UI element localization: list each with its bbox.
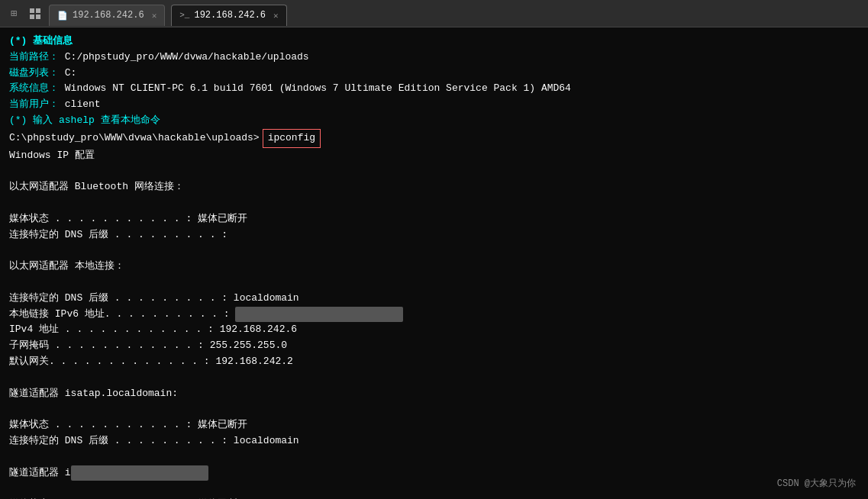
terminal-icon: >_	[179, 11, 189, 20]
adapter2-gw: 默认网关. . . . . . . . . . . . . : 192.168.…	[9, 354, 859, 370]
adapter1-dns: 连接特定的 DNS 后缀 . . . . . . . . . :	[9, 227, 859, 243]
adapter1-media: 媒体状态 . . . . . . . . . . . : 媒体已断开	[9, 211, 859, 227]
ipconfig-command: ipconfig	[263, 129, 321, 148]
windows-ip-line: Windows IP 配置	[9, 148, 859, 164]
tunnel1-media: 媒体状态 . . . . . . . . . . . : 媒体已断开	[9, 417, 859, 433]
tab-1-close[interactable]: ✕	[152, 11, 157, 21]
titlebar-left: ⊞ 📄 192.168.242.6 ✕ >_ 192.168.242.6 ✕	[6, 2, 287, 26]
apps-icon	[27, 6, 43, 21]
tunnel1-dns: 连接特定的 DNS 后缀 . . . . . . . . . : localdo…	[9, 433, 859, 449]
adapter2-header: 以太网适配器 本地连接：	[9, 259, 859, 275]
adapter2-ipv6: 本地链接 IPv6 地址. . . . . . . . . . :	[9, 307, 859, 323]
tunnel2-header: 隧道适配器 i	[9, 465, 859, 481]
tab-2-close[interactable]: ✕	[273, 11, 279, 21]
adapter2-ipv4: IPv4 地址 . . . . . . . . . . . . : 192.16…	[9, 322, 859, 338]
current-path-line: 当前路径： C:/phpstudy_pro/WWW/dvwa/hackable/…	[9, 50, 859, 66]
help-line: (*) 输入 ashelp 查看本地命令	[9, 113, 859, 129]
terminal-window[interactable]: (*) 基础信息 当前路径： C:/phpstudy_pro/WWW/dvwa/…	[0, 27, 868, 499]
file-icon: 📄	[57, 11, 68, 21]
disk-line: 磁盘列表： C:	[9, 66, 859, 82]
sys-info-line: 系统信息： Windows NT CLIENT-PC 6.1 build 760…	[9, 81, 859, 97]
tab-1-label: 192.168.242.6	[73, 10, 144, 21]
tab-1[interactable]: 📄 192.168.242.6 ✕	[49, 5, 165, 26]
adapter2-dns: 连接特定的 DNS 后缀 . . . . . . . . . : localdo…	[9, 291, 859, 307]
titlebar: ⊞ 📄 192.168.242.6 ✕ >_ 192.168.242.6 ✕	[0, 0, 868, 27]
basic-info-header: (*) 基础信息	[9, 34, 859, 50]
ipv6-redacted	[235, 307, 403, 323]
adapter2-mask: 子网掩码 . . . . . . . . . . . . : 255.255.2…	[9, 338, 859, 354]
tab-2[interactable]: >_ 192.168.242.6 ✕	[171, 5, 286, 26]
current-user-line: 当前用户： client	[9, 97, 859, 113]
tab-2-label: 192.168.242.6	[194, 10, 266, 21]
watermark: CSDN @大象只为你	[777, 477, 856, 491]
adapter1-header: 以太网适配器 Bluetooth 网络连接：	[9, 179, 859, 195]
tunnel1-header: 隧道适配器 isatap.localdomain:	[9, 386, 859, 402]
tunnel2-name-redacted	[71, 465, 208, 481]
windows-icon: ⊞	[6, 6, 21, 21]
command-line: C:\phpstudy_pro\WWW\dvwa\hackable\upload…	[9, 129, 859, 148]
